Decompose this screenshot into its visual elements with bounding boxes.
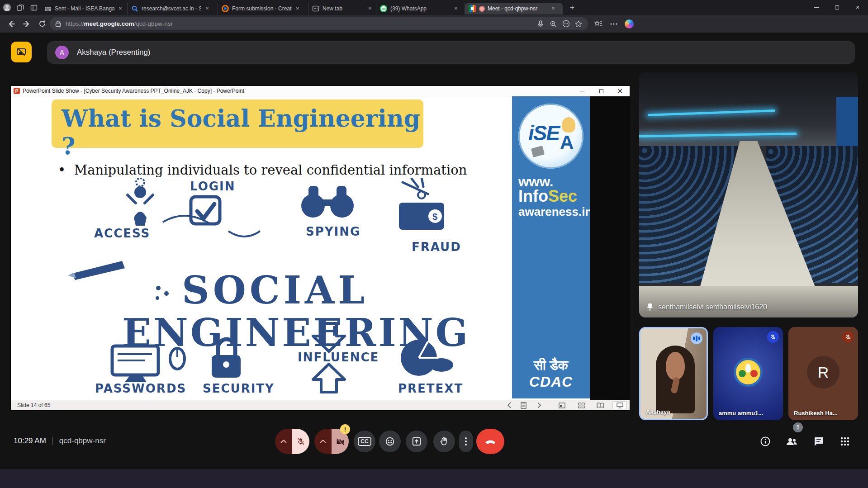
forward-button[interactable] bbox=[20, 17, 33, 31]
tab-mail[interactable]: Sent - Mail - ISEA Bangalore - CD ✕ bbox=[41, 3, 128, 14]
stop-presenting-button[interactable] bbox=[11, 42, 32, 62]
zoom-page-icon[interactable] bbox=[547, 18, 559, 30]
back-button[interactable] bbox=[5, 17, 18, 31]
meeting-code: qcd-qbpw-nsr bbox=[59, 436, 106, 445]
people-icon bbox=[786, 436, 797, 447]
doodle-wallet-icon: $ bbox=[399, 178, 444, 230]
tab-title: Sent - Mail - ISEA Bangalore - CD bbox=[55, 5, 114, 12]
favorites-bar-icon[interactable] bbox=[592, 17, 605, 31]
tab-new[interactable]: New tab ✕ bbox=[308, 3, 376, 14]
slide-letterbox bbox=[590, 96, 630, 400]
present-now-button[interactable] bbox=[406, 431, 427, 452]
meet-favicon bbox=[469, 5, 476, 12]
doodle-binoculars-icon bbox=[301, 186, 354, 218]
participant-count-badge: 5 bbox=[793, 422, 803, 432]
tab-close-icon[interactable]: ✕ bbox=[367, 5, 373, 12]
doodle-mouse-icon bbox=[170, 348, 185, 369]
browser-menu-icon[interactable] bbox=[607, 17, 621, 31]
tab-close-icon[interactable]: ✕ bbox=[294, 5, 301, 12]
participant-name: Akshaya bbox=[646, 408, 670, 415]
browser-profile-avatar[interactable] bbox=[0, 2, 14, 13]
mic-mute-button[interactable] bbox=[292, 429, 309, 454]
participant-name: ammu ammu1... bbox=[719, 410, 763, 417]
mic-options-button[interactable] bbox=[275, 429, 292, 454]
camera-warning-badge[interactable]: ! bbox=[340, 424, 350, 434]
next-slide-button[interactable] bbox=[533, 401, 545, 409]
participants-button[interactable] bbox=[783, 432, 801, 450]
copilot-icon[interactable] bbox=[622, 17, 636, 31]
form-favicon bbox=[222, 5, 229, 12]
activities-button[interactable] bbox=[836, 432, 854, 450]
present-icon bbox=[412, 436, 422, 446]
chat-icon bbox=[813, 436, 824, 447]
slide-canvas: What is Social Engineering ? • Manipulat… bbox=[11, 96, 590, 400]
refresh-button[interactable] bbox=[35, 17, 49, 31]
reactions-button[interactable] bbox=[379, 431, 401, 452]
participant-name: Rushikesh Ha... bbox=[794, 410, 838, 417]
lock-icon bbox=[55, 20, 61, 27]
window-minimize-button[interactable] bbox=[806, 0, 826, 15]
raise-hand-button[interactable] bbox=[433, 431, 455, 452]
tab-close-icon[interactable]: ✕ bbox=[117, 5, 123, 12]
cdac-logo: सी डैक CDAC bbox=[512, 358, 590, 390]
caption-scrim bbox=[639, 286, 858, 317]
video-tile-akshaya[interactable]: Akshaya bbox=[639, 327, 708, 420]
social-engineering-illustration: ACCESS LOGIN SPYING $ FRAUD bbox=[54, 178, 507, 397]
video-tile-ammu[interactable]: ammu ammu1... bbox=[713, 327, 783, 420]
main-video-tile[interactable]: senthamilselvi senthamilselvi1620 bbox=[639, 72, 858, 317]
captions-button[interactable]: CC bbox=[354, 431, 375, 452]
favorite-star-icon[interactable] bbox=[573, 18, 584, 30]
more-options-button[interactable] bbox=[459, 431, 473, 452]
tab-form[interactable]: Form submission - Creating Form ✕ bbox=[218, 3, 308, 14]
tab-meet-active[interactable]: Meet - qcd-qbpw-nsr ✕ bbox=[465, 3, 563, 14]
vertical-tabs-icon[interactable] bbox=[27, 2, 41, 13]
voice-search-icon[interactable] bbox=[535, 18, 546, 30]
slide-title: What is Social Engineering ? bbox=[62, 104, 423, 160]
svg-text:SPYING: SPYING bbox=[306, 225, 360, 238]
more-vertical-icon bbox=[465, 437, 467, 445]
tab-close-icon[interactable]: ✕ bbox=[204, 5, 210, 12]
tab-close-icon[interactable]: ✕ bbox=[550, 5, 556, 12]
previous-slide-button[interactable] bbox=[503, 401, 515, 409]
ppt-restore-button[interactable] bbox=[592, 86, 611, 96]
normal-view-button[interactable] bbox=[556, 401, 568, 409]
video-tile-rushikesh[interactable]: R Rushikesh Ha... bbox=[788, 327, 858, 420]
infosec-wordmark: InfoSec bbox=[512, 187, 590, 206]
speaking-indicator bbox=[691, 332, 702, 344]
presenter-avatar: A bbox=[55, 46, 69, 59]
svg-text:ACCESS: ACCESS bbox=[94, 227, 150, 240]
slide-sorter-view-button[interactable] bbox=[575, 401, 587, 409]
permissions-ellipsis-icon[interactable] bbox=[560, 18, 572, 30]
tile-caption: senthamilselvi senthamilselvi1620 bbox=[646, 303, 767, 311]
camera-options-button[interactable] bbox=[314, 429, 332, 454]
leave-call-button[interactable] bbox=[476, 429, 504, 454]
slideshow-view-button[interactable] bbox=[612, 401, 627, 409]
reading-view-button[interactable] bbox=[594, 401, 606, 409]
browser-toolbar: https://meet.google.com/qcd-qbpw-nsr bbox=[0, 15, 868, 33]
meeting-details-button[interactable] bbox=[756, 432, 774, 450]
new-tab-button[interactable]: + bbox=[565, 2, 579, 13]
meet-page: A Akshaya (Presenting) P PowerPoint Slid… bbox=[0, 33, 868, 469]
doodle-person-icon bbox=[128, 178, 153, 226]
slide-menu-button[interactable] bbox=[517, 401, 529, 409]
tab-group-icon[interactable] bbox=[14, 2, 27, 13]
window-close-button[interactable]: ✕ bbox=[847, 0, 868, 15]
tab-whatsapp[interactable]: 39 (39) WhatsApp ✕ bbox=[376, 3, 465, 14]
powerpoint-icon: P bbox=[14, 88, 20, 94]
mic-off-icon bbox=[767, 331, 779, 343]
address-bar[interactable]: https://meet.google.com/qcd-qbpw-nsr bbox=[50, 17, 588, 30]
svg-text:INFLUENCE: INFLUENCE bbox=[298, 351, 379, 364]
hall-pillar bbox=[836, 97, 858, 151]
isea-logo: iSE A bbox=[518, 104, 583, 169]
presentation-off-icon bbox=[16, 47, 27, 57]
tab-search[interactable]: research@svcet.ac.in - Search ✕ bbox=[128, 3, 218, 14]
smiley-icon bbox=[385, 436, 395, 446]
chat-button[interactable] bbox=[810, 432, 828, 450]
ppt-minimize-button[interactable] bbox=[573, 86, 592, 96]
ppt-close-button[interactable]: ✕ bbox=[611, 86, 630, 96]
tab-title: New tab bbox=[323, 5, 364, 12]
college-emblem-avatar bbox=[734, 358, 763, 387]
windows-taskbar: 9+ USD/INR +0.28% Search ? hp O X W P ☁ … bbox=[0, 469, 868, 488]
window-restore-button[interactable] bbox=[826, 0, 847, 15]
tab-close-icon[interactable]: ✕ bbox=[453, 5, 459, 12]
